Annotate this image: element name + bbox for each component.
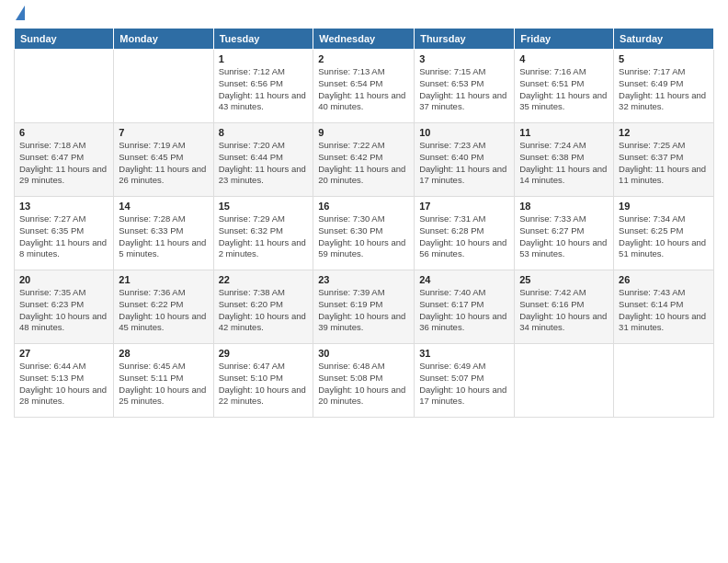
- calendar-table: SundayMondayTuesdayWednesdayThursdayFrid…: [14, 28, 714, 418]
- calendar-cell: 18Sunrise: 7:33 AMSunset: 6:27 PMDayligh…: [515, 197, 614, 270]
- calendar-cell: 30Sunrise: 6:48 AMSunset: 5:08 PMDayligh…: [313, 344, 415, 418]
- day-number: 5: [619, 53, 709, 64]
- calendar-cell: 14Sunrise: 7:28 AMSunset: 6:33 PMDayligh…: [114, 197, 213, 270]
- day-info: Sunrise: 7:12 AMSunset: 6:56 PMDaylight:…: [219, 66, 309, 113]
- day-number: 15: [219, 201, 309, 212]
- day-number: 16: [318, 201, 409, 212]
- calendar-cell: [15, 50, 114, 123]
- day-info: Sunrise: 6:47 AMSunset: 5:10 PMDaylight:…: [219, 361, 309, 408]
- calendar-header-wednesday: Wednesday: [313, 29, 415, 50]
- day-info: Sunrise: 7:42 AMSunset: 6:16 PMDaylight:…: [519, 287, 609, 334]
- day-info: Sunrise: 6:44 AMSunset: 5:13 PMDaylight:…: [19, 361, 108, 408]
- calendar-cell: [515, 344, 614, 418]
- calendar-cell: 19Sunrise: 7:34 AMSunset: 6:25 PMDayligh…: [614, 197, 714, 270]
- calendar-cell: 1Sunrise: 7:12 AMSunset: 6:56 PMDaylight…: [213, 50, 313, 123]
- day-number: 31: [419, 348, 509, 359]
- calendar-cell: [614, 344, 714, 418]
- logo-triangle-icon: [16, 6, 25, 20]
- calendar-cell: 7Sunrise: 7:19 AMSunset: 6:45 PMDaylight…: [114, 123, 213, 197]
- day-info: Sunrise: 6:48 AMSunset: 5:08 PMDaylight:…: [318, 361, 409, 408]
- calendar-header-saturday: Saturday: [614, 29, 714, 50]
- calendar-cell: 20Sunrise: 7:35 AMSunset: 6:23 PMDayligh…: [15, 270, 114, 344]
- day-info: Sunrise: 7:15 AMSunset: 6:53 PMDaylight:…: [419, 66, 509, 113]
- calendar-week-row: 6Sunrise: 7:18 AMSunset: 6:47 PMDaylight…: [15, 123, 714, 197]
- day-number: 14: [119, 201, 208, 212]
- calendar-cell: 2Sunrise: 7:13 AMSunset: 6:54 PMDaylight…: [313, 50, 415, 123]
- day-number: 30: [318, 348, 409, 359]
- page: SundayMondayTuesdayWednesdayThursdayFrid…: [0, 0, 728, 563]
- day-number: 28: [119, 348, 208, 359]
- calendar-cell: 29Sunrise: 6:47 AMSunset: 5:10 PMDayligh…: [213, 344, 313, 418]
- calendar-header-friday: Friday: [515, 29, 614, 50]
- day-number: 13: [19, 201, 108, 212]
- calendar-week-row: 13Sunrise: 7:27 AMSunset: 6:35 PMDayligh…: [15, 197, 714, 270]
- day-info: Sunrise: 7:33 AMSunset: 6:27 PMDaylight:…: [519, 213, 609, 260]
- calendar-week-row: 1Sunrise: 7:12 AMSunset: 6:56 PMDaylight…: [15, 50, 714, 123]
- calendar-cell: 25Sunrise: 7:42 AMSunset: 6:16 PMDayligh…: [515, 270, 614, 344]
- day-info: Sunrise: 7:18 AMSunset: 6:47 PMDaylight:…: [19, 140, 108, 187]
- day-info: Sunrise: 7:35 AMSunset: 6:23 PMDaylight:…: [19, 287, 108, 334]
- day-number: 26: [619, 274, 709, 285]
- header: [14, 9, 714, 20]
- day-number: 1: [219, 53, 309, 64]
- calendar-header-monday: Monday: [114, 29, 213, 50]
- day-number: 27: [19, 348, 108, 359]
- day-number: 17: [419, 201, 509, 212]
- calendar-cell: [114, 50, 213, 123]
- day-number: 7: [119, 127, 208, 138]
- day-info: Sunrise: 7:23 AMSunset: 6:40 PMDaylight:…: [419, 140, 509, 187]
- calendar-cell: 5Sunrise: 7:17 AMSunset: 6:49 PMDaylight…: [614, 50, 714, 123]
- day-info: Sunrise: 7:19 AMSunset: 6:45 PMDaylight:…: [119, 140, 208, 187]
- calendar-cell: 8Sunrise: 7:20 AMSunset: 6:44 PMDaylight…: [213, 123, 313, 197]
- calendar-cell: 28Sunrise: 6:45 AMSunset: 5:11 PMDayligh…: [114, 344, 213, 418]
- day-number: 25: [519, 274, 609, 285]
- day-number: 10: [419, 127, 509, 138]
- calendar-cell: 16Sunrise: 7:30 AMSunset: 6:30 PMDayligh…: [313, 197, 415, 270]
- day-info: Sunrise: 7:36 AMSunset: 6:22 PMDaylight:…: [119, 287, 208, 334]
- day-number: 24: [419, 274, 509, 285]
- day-info: Sunrise: 7:38 AMSunset: 6:20 PMDaylight:…: [219, 287, 309, 334]
- day-number: 22: [219, 274, 309, 285]
- calendar-cell: 13Sunrise: 7:27 AMSunset: 6:35 PMDayligh…: [15, 197, 114, 270]
- day-info: Sunrise: 7:34 AMSunset: 6:25 PMDaylight:…: [619, 213, 709, 260]
- day-info: Sunrise: 7:16 AMSunset: 6:51 PMDaylight:…: [519, 66, 609, 113]
- logo: [14, 9, 25, 20]
- day-info: Sunrise: 7:25 AMSunset: 6:37 PMDaylight:…: [619, 140, 709, 187]
- day-number: 9: [318, 127, 409, 138]
- day-number: 4: [519, 53, 609, 64]
- calendar-week-row: 20Sunrise: 7:35 AMSunset: 6:23 PMDayligh…: [15, 270, 714, 344]
- day-info: Sunrise: 7:29 AMSunset: 6:32 PMDaylight:…: [219, 213, 309, 260]
- calendar-cell: 26Sunrise: 7:43 AMSunset: 6:14 PMDayligh…: [614, 270, 714, 344]
- calendar-header-sunday: Sunday: [15, 29, 114, 50]
- day-info: Sunrise: 7:31 AMSunset: 6:28 PMDaylight:…: [419, 213, 509, 260]
- day-info: Sunrise: 6:45 AMSunset: 5:11 PMDaylight:…: [119, 361, 208, 408]
- day-info: Sunrise: 7:22 AMSunset: 6:42 PMDaylight:…: [318, 140, 409, 187]
- day-info: Sunrise: 7:43 AMSunset: 6:14 PMDaylight:…: [619, 287, 709, 334]
- calendar-week-row: 27Sunrise: 6:44 AMSunset: 5:13 PMDayligh…: [15, 344, 714, 418]
- day-info: Sunrise: 7:13 AMSunset: 6:54 PMDaylight:…: [318, 66, 409, 113]
- day-number: 21: [119, 274, 208, 285]
- day-number: 8: [219, 127, 309, 138]
- day-number: 6: [19, 127, 108, 138]
- calendar-header-row: SundayMondayTuesdayWednesdayThursdayFrid…: [15, 29, 714, 50]
- day-info: Sunrise: 7:30 AMSunset: 6:30 PMDaylight:…: [318, 213, 409, 260]
- day-number: 12: [619, 127, 709, 138]
- day-number: 18: [519, 201, 609, 212]
- day-number: 29: [219, 348, 309, 359]
- day-info: Sunrise: 7:17 AMSunset: 6:49 PMDaylight:…: [619, 66, 709, 113]
- calendar-cell: 21Sunrise: 7:36 AMSunset: 6:22 PMDayligh…: [114, 270, 213, 344]
- calendar-cell: 4Sunrise: 7:16 AMSunset: 6:51 PMDaylight…: [515, 50, 614, 123]
- day-info: Sunrise: 7:28 AMSunset: 6:33 PMDaylight:…: [119, 213, 208, 260]
- day-info: Sunrise: 7:39 AMSunset: 6:19 PMDaylight:…: [318, 287, 409, 334]
- calendar-cell: 11Sunrise: 7:24 AMSunset: 6:38 PMDayligh…: [515, 123, 614, 197]
- day-number: 11: [519, 127, 609, 138]
- day-number: 20: [19, 274, 108, 285]
- day-number: 3: [419, 53, 509, 64]
- day-number: 23: [318, 274, 409, 285]
- calendar-cell: 10Sunrise: 7:23 AMSunset: 6:40 PMDayligh…: [415, 123, 515, 197]
- calendar-header-thursday: Thursday: [415, 29, 515, 50]
- day-info: Sunrise: 7:40 AMSunset: 6:17 PMDaylight:…: [419, 287, 509, 334]
- calendar-cell: 31Sunrise: 6:49 AMSunset: 5:07 PMDayligh…: [415, 344, 515, 418]
- day-number: 19: [619, 201, 709, 212]
- calendar-cell: 12Sunrise: 7:25 AMSunset: 6:37 PMDayligh…: [614, 123, 714, 197]
